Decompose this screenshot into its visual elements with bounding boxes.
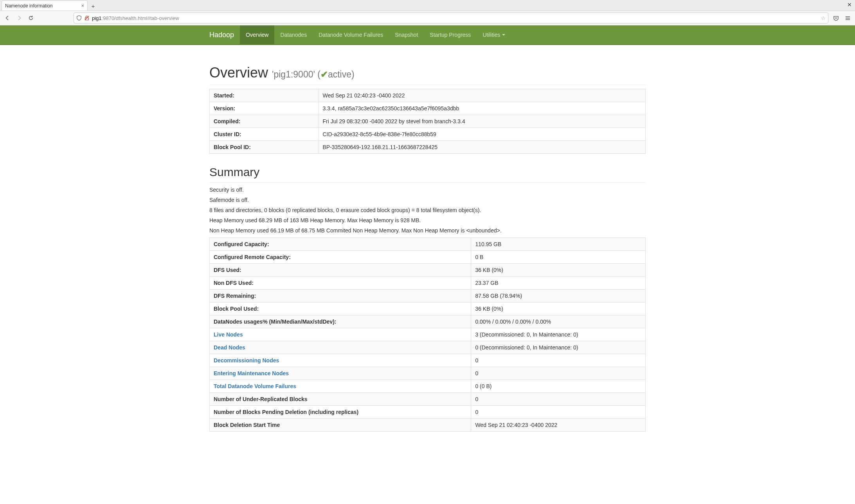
bookmark-star-icon[interactable]: ☆ — [821, 15, 826, 21]
content: Overview 'pig1:9000' (✔active) Started:W… — [209, 45, 646, 432]
table-value: 0 — [471, 406, 646, 419]
table-row: Started:Wed Sep 21 02:40:23 -0400 2022 — [210, 89, 646, 102]
table-row: Dead Nodes0 (Decommissioned: 0, In Maint… — [210, 341, 646, 354]
table-row: DFS Used:36 KB (0%) — [210, 264, 646, 277]
table-key: Configured Capacity: — [210, 238, 471, 251]
caret-down-icon — [502, 34, 505, 36]
table-row: DFS Remaining:87.58 GB (78.94%) — [210, 290, 646, 302]
table-row: Configured Remote Capacity:0 B — [210, 251, 646, 264]
summary-link[interactable]: Total Datanode Volume Failures — [214, 383, 296, 389]
table-row: Number of Blocks Pending Deletion (inclu… — [210, 406, 646, 419]
table-value: BP-335280649-192.168.21.11-1663687228425 — [319, 141, 646, 154]
nav-item-label: Datanodes — [280, 32, 307, 38]
arrow-left-icon — [5, 15, 10, 21]
summary-link[interactable]: Dead Nodes — [214, 344, 245, 351]
summary-link[interactable]: Entering Maintenance Nodes — [214, 370, 289, 376]
table-row: Block Deletion Start TimeWed Sep 21 02:4… — [210, 419, 646, 432]
table-key: Decommissioning Nodes — [210, 354, 471, 367]
address-bar[interactable]: pig1:9870/dfshealth.html#tab-overview ☆ — [74, 13, 828, 23]
table-row: Version:3.3.4, ra585a73c3e02ac62350c1366… — [210, 102, 646, 115]
nav-item-label: Datanode Volume Failures — [319, 32, 383, 38]
overview-sub-close: ) — [351, 69, 355, 79]
table-key: DFS Used: — [210, 264, 471, 277]
overview-status: active — [328, 69, 351, 79]
url-rest: :9870/dfshealth.html#tab-overview — [102, 15, 179, 21]
table-key: Non DFS Used: — [210, 277, 471, 290]
tab-close-icon[interactable]: × — [81, 3, 84, 9]
summary-heading: Summary — [209, 166, 646, 183]
reload-button[interactable] — [27, 14, 35, 22]
nav-item-overview[interactable]: Overview — [240, 25, 274, 44]
summary-paragraph: Security is off. — [209, 187, 646, 193]
summary-paragraph: 8 files and directories, 0 blocks (0 rep… — [209, 207, 646, 213]
nav-item-label: Overview — [246, 32, 268, 38]
nav-item-label: Snapshot — [395, 32, 418, 38]
pocket-button[interactable] — [832, 14, 840, 22]
nav-item-datanode-volume-failures[interactable]: Datanode Volume Failures — [313, 25, 389, 44]
nav-item-label: Startup Progress — [430, 32, 471, 38]
table-key: Block Deletion Start Time — [210, 419, 471, 432]
new-tab-button[interactable]: + — [89, 2, 97, 10]
table-value: 0 — [471, 354, 646, 367]
overview-table: Started:Wed Sep 21 02:40:23 -0400 2022Ve… — [209, 89, 646, 154]
table-value: 0 (Decommissioned: 0, In Maintenance: 0) — [471, 341, 646, 354]
browser-toolbar: pig1:9870/dfshealth.html#tab-overview ☆ — [0, 11, 855, 25]
nav-item-label: Utilities — [482, 32, 500, 38]
browser-tab-active[interactable]: Namenode information × — [2, 0, 88, 11]
table-key: Configured Remote Capacity: — [210, 251, 471, 264]
table-value: 0 — [471, 393, 646, 406]
browser-tab-title: Namenode information — [5, 3, 81, 9]
shield-icon[interactable] — [76, 15, 82, 21]
summary-paragraph: Heap Memory used 68.29 MB of 163 MB Heap… — [209, 217, 646, 223]
app-menu-button[interactable] — [843, 14, 852, 22]
table-value: CID-a2930e32-8c55-4b9e-838e-7fe80cc88b59 — [319, 128, 646, 141]
table-row: Total Datanode Volume Failures0 (0 B) — [210, 380, 646, 393]
table-value: 36 KB (0%) — [471, 264, 646, 277]
summary-link[interactable]: Decommissioning Nodes — [214, 357, 279, 364]
table-key: Number of Blocks Pending Deletion (inclu… — [210, 406, 471, 419]
table-row: Configured Capacity:110.95 GB — [210, 238, 646, 251]
table-value: 36 KB (0%) — [471, 302, 646, 315]
brand[interactable]: Hadoop — [209, 25, 240, 44]
table-row: Entering Maintenance Nodes0 — [210, 367, 646, 380]
table-key: Live Nodes — [210, 328, 471, 341]
overview-sub-open: 'pig1:9000' ( — [272, 69, 320, 79]
table-value: Wed Sep 21 02:40:23 -0400 2022 — [471, 419, 646, 432]
table-row: Number of Under-Replicated Blocks0 — [210, 393, 646, 406]
summary-paragraph: Non Heap Memory used 66.19 MB of 68.75 M… — [209, 227, 646, 234]
table-value: Fri Jul 29 08:32:00 -0400 2022 by stevel… — [319, 115, 646, 128]
table-row: DataNodes usages% (Min/Median/Max/stdDev… — [210, 315, 646, 328]
nav-item-startup-progress[interactable]: Startup Progress — [424, 25, 477, 44]
table-key: Compiled: — [210, 115, 319, 128]
table-value: 87.58 GB (78.94%) — [471, 290, 646, 302]
table-key: Version: — [210, 102, 319, 115]
table-value: 3.3.4, ra585a73c3e02ac62350c136643a5e7f6… — [319, 102, 646, 115]
arrow-right-icon — [16, 15, 22, 21]
nav-item-snapshot[interactable]: Snapshot — [389, 25, 424, 44]
forward-button[interactable] — [15, 14, 23, 22]
table-row: Block Pool ID:BP-335280649-192.168.21.11… — [210, 141, 646, 154]
summary-link[interactable]: Live Nodes — [214, 331, 243, 338]
back-button[interactable] — [3, 14, 12, 22]
table-key: Block Pool Used: — [210, 302, 471, 315]
url-text: pig1:9870/dfshealth.html#tab-overview — [92, 15, 819, 21]
table-row: Non DFS Used:23.37 GB — [210, 277, 646, 290]
insecure-lock-icon[interactable] — [84, 15, 90, 21]
table-key: Entering Maintenance Nodes — [210, 367, 471, 380]
overview-heading: Overview 'pig1:9000' (✔active) — [209, 65, 646, 85]
table-key: Number of Under-Replicated Blocks — [210, 393, 471, 406]
table-key: Block Pool ID: — [210, 141, 319, 154]
table-key: Started: — [210, 89, 319, 102]
url-host: pig1 — [92, 15, 102, 21]
nav-item-datanodes[interactable]: Datanodes — [274, 25, 313, 44]
window-close-icon[interactable]: ✕ — [847, 2, 852, 8]
svg-line-1 — [85, 16, 89, 20]
browser-chrome: ✕ Namenode information × + pig1:9870/dfs… — [0, 0, 855, 25]
table-value: 0 (0 B) — [471, 380, 646, 393]
table-key: DataNodes usages% (Min/Median/Max/stdDev… — [210, 315, 471, 328]
hamburger-icon — [845, 15, 851, 21]
browser-tabstrip: Namenode information × + — [0, 0, 855, 11]
nav-item-utilities[interactable]: Utilities — [477, 25, 511, 44]
table-value: 0.00% / 0.00% / 0.00% / 0.00% — [471, 315, 646, 328]
table-value: 0 — [471, 367, 646, 380]
